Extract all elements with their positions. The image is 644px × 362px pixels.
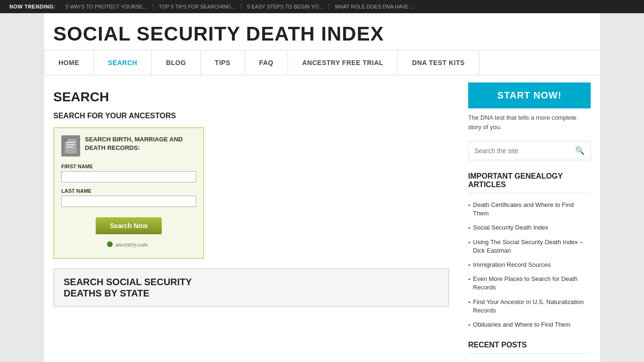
article-item-4[interactable]: Immigration Record Sources xyxy=(468,261,591,269)
ssdi-section: SEARCH SOCIAL SECURITY DEATHS BY STATE xyxy=(53,268,449,307)
dna-description: The DNA test that tells a more complete … xyxy=(468,113,591,132)
first-name-label: FIRST NAME xyxy=(61,164,196,169)
svg-text:ancestry.com: ancestry.com xyxy=(116,241,148,248)
nav-faq[interactable]: FAQ xyxy=(245,50,288,75)
article-item-5[interactable]: Even More Places to Search for Death Rec… xyxy=(468,275,591,292)
sidebar-search-box: 🔍 xyxy=(468,141,591,160)
sidebar: START NOW! The DNA test that tells a mor… xyxy=(459,75,600,362)
nav-search[interactable]: SEARCH xyxy=(94,50,152,75)
ssdi-title-line1: SEARCH SOCIAL SECURITY xyxy=(64,277,192,287)
recent-posts-section: RECENT POSTS 5 Ways to Protect Yourself … xyxy=(468,341,591,362)
trending-item-2[interactable]: TOP 3 TIPS FOR SEARCHING... xyxy=(153,4,242,9)
section-title: SEARCH FOR YOUR ANCESTORS xyxy=(53,112,449,120)
start-now-button[interactable]: START NOW! xyxy=(468,82,591,108)
start-now-section: START NOW! The DNA test that tells a mor… xyxy=(468,82,591,132)
trending-bar: NOW TRENDING: 5 WAYS TO PROTECT YOURSE..… xyxy=(0,0,644,13)
articles-section: IMPORTANT GENEALOGY ARTICLES Death Certi… xyxy=(468,172,591,329)
article-item-6[interactable]: Find Your Ancestor in U.S. Naturalizatio… xyxy=(468,298,591,315)
scroll-icon xyxy=(61,135,80,156)
nav-ancestry-trial[interactable]: ANCESTRY FREE TRIAL xyxy=(288,50,398,75)
ssdi-title-line2: DEATHS BY STATE xyxy=(64,288,149,298)
trending-item-4[interactable]: WHAT ROLE DOES DNA HAVE ... xyxy=(329,4,420,9)
nav-dna-kits[interactable]: DNA TEST KITS xyxy=(398,50,479,75)
svg-point-4 xyxy=(65,139,67,141)
site-header: SOCIAL SECURITY DEATH INDEX xyxy=(44,13,600,45)
trending-items: 5 WAYS TO PROTECT YOURSE... TOP 3 TIPS F… xyxy=(60,4,420,9)
trending-item-3[interactable]: 5 EASY STEPS TO BEGIN YO... xyxy=(241,4,329,9)
search-now-button[interactable]: Search Now xyxy=(96,217,162,234)
nav-tips[interactable]: TIPS xyxy=(201,50,245,75)
page-title: SEARCH xyxy=(53,90,449,105)
ancestry-search-box: SEARCH BIRTH, MARRIAGE AND DEATH RECORDS… xyxy=(53,127,204,259)
nav-home[interactable]: HOME xyxy=(44,50,94,75)
last-name-input[interactable] xyxy=(61,196,196,207)
search-icon-button[interactable]: 🔍 xyxy=(570,141,590,160)
site-wrapper: SOCIAL SECURITY DEATH INDEX HOME SEARCH … xyxy=(44,13,600,362)
ancestry-logo: ancestry.com xyxy=(61,239,196,251)
nav-blog[interactable]: BLOG xyxy=(152,50,200,75)
box-header: SEARCH BIRTH, MARRIAGE AND DEATH RECORDS… xyxy=(61,135,196,156)
main-nav: HOME SEARCH BLOG TIPS FAQ ANCESTRY FREE … xyxy=(44,50,600,75)
articles-title: IMPORTANT GENEALOGY ARTICLES xyxy=(468,172,591,194)
site-title: SOCIAL SECURITY DEATH INDEX xyxy=(53,23,591,45)
article-item-7[interactable]: Obituaries and Where to Find Them xyxy=(468,321,591,329)
last-name-label: LAST NAME xyxy=(61,188,196,194)
article-item-1[interactable]: Death Certificates and Where to Find The… xyxy=(468,201,591,218)
ssdi-title: SEARCH SOCIAL SECURITY DEATHS BY STATE xyxy=(64,276,439,299)
article-list: Death Certificates and Where to Find The… xyxy=(468,201,591,329)
search-input[interactable] xyxy=(469,142,570,159)
trending-item-1[interactable]: 5 WAYS TO PROTECT YOURSE... xyxy=(60,4,153,9)
trending-label: NOW TRENDING: xyxy=(9,4,56,9)
article-item-3[interactable]: Using The Social Security Death Index – … xyxy=(468,238,591,255)
first-name-input[interactable] xyxy=(61,171,196,182)
search-icon: 🔍 xyxy=(575,147,585,155)
recent-posts-title: RECENT POSTS xyxy=(468,341,591,354)
box-title: SEARCH BIRTH, MARRIAGE AND DEATH RECORDS… xyxy=(85,135,196,152)
article-item-2[interactable]: Social Security Death Index xyxy=(468,223,591,232)
main-content: SEARCH SEARCH FOR YOUR ANCESTORS SEAR xyxy=(44,75,459,362)
content-wrapper: SEARCH SEARCH FOR YOUR ANCESTORS SEAR xyxy=(44,75,600,362)
